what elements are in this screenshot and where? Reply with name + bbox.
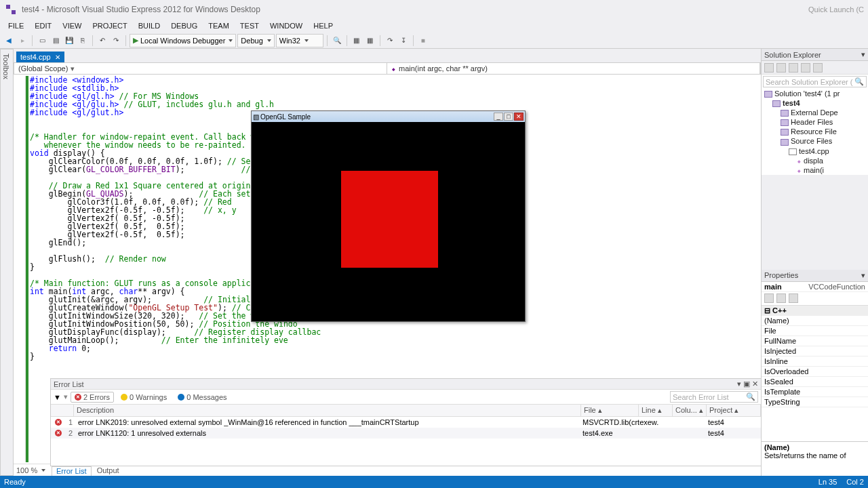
menu-edit[interactable]: EDIT <box>29 20 57 31</box>
file-test4cpp-node[interactable]: test4.cpp <box>763 146 868 156</box>
properties-panel: main VCCodeFunction ⊟ C++ (Name)FileFull… <box>762 282 868 476</box>
categorized-icon[interactable] <box>764 293 774 303</box>
prop-row[interactable]: IsTemplate <box>762 387 868 397</box>
collapse-icon[interactable] <box>776 63 786 73</box>
menu-project[interactable]: PROJECT <box>87 20 132 31</box>
separator <box>327 35 328 46</box>
opengl-sample-window[interactable]: ▧ OpenGL Sample _ □ ✕ <box>251 110 526 322</box>
func-display-node[interactable]: ⬥ displa <box>763 156 868 165</box>
solution-explorer-header: Solution Explorer▾ <box>762 49 868 61</box>
menu-view[interactable]: VIEW <box>57 20 87 31</box>
error-rows: ✕1error LNK2019: unresolved external sym… <box>51 417 761 466</box>
find-icon[interactable]: 🔍 <box>331 35 343 47</box>
close-button[interactable]: ✕ <box>514 113 524 121</box>
save-all-icon[interactable]: ⎘ <box>77 35 89 47</box>
chevron-down-icon <box>229 39 233 42</box>
menu-build[interactable]: BUILD <box>133 20 165 31</box>
col-line[interactable]: Line ▴ <box>639 405 673 416</box>
maximize-button[interactable]: □ <box>504 113 513 121</box>
prop-row[interactable]: IsOverloaded <box>762 367 868 377</box>
status-line: Ln 35 <box>818 478 837 486</box>
toolbox-tab[interactable]: Toolbox <box>0 49 14 476</box>
external-deps-node[interactable]: External Depe <box>763 108 868 117</box>
col-column[interactable]: Colu... ▴ <box>673 405 707 416</box>
config-select[interactable]: Debug <box>237 34 274 47</box>
filter-icon[interactable]: ▼ <box>54 393 61 401</box>
warnings-pill[interactable]: 0 Warnings <box>117 392 171 403</box>
properties-icon[interactable] <box>813 63 823 73</box>
solution-search[interactable]: Search Solution Explorer (🔍 <box>763 76 867 87</box>
tab-label: test4.cpp <box>20 53 51 61</box>
step-into-icon[interactable]: ↧ <box>397 35 410 47</box>
prop-row[interactable]: IsInline <box>762 357 868 367</box>
menu-test[interactable]: TEST <box>235 20 264 31</box>
new-icon[interactable]: ▭ <box>36 35 48 47</box>
alphabetical-icon[interactable] <box>776 293 786 303</box>
home-icon[interactable] <box>764 63 774 73</box>
prop-row[interactable]: (Name) <box>762 316 868 326</box>
tab-output[interactable]: Output <box>93 466 123 476</box>
zoom-value[interactable]: 100 % <box>16 466 37 474</box>
comment-icon[interactable]: ▦ <box>351 35 363 47</box>
source-files-node[interactable]: Source Files <box>763 136 868 146</box>
separator <box>125 35 126 46</box>
solution-explorer: Search Solution Explorer (🔍 Solution 'te… <box>762 75 868 175</box>
step-over-icon[interactable]: ↷ <box>384 35 396 47</box>
menu-file[interactable]: FILE <box>3 20 29 31</box>
solution-tree: Solution 'test4' (1 pr test4 External De… <box>762 89 868 175</box>
undo-icon[interactable]: ↶ <box>96 35 108 47</box>
header-files-node[interactable]: Header Files <box>763 117 868 127</box>
scope-bar: (Global Scope)▾ ⬥main(int argc, char ** … <box>14 62 761 75</box>
error-row[interactable]: ✕2error LNK1120: 1 unresolved externalst… <box>51 428 761 439</box>
open-icon[interactable]: ▤ <box>50 35 62 47</box>
error-search[interactable]: Search Error List🔍 <box>670 391 758 403</box>
solution-node[interactable]: Solution 'test4' (1 pr <box>763 89 868 98</box>
prop-row[interactable]: File <box>762 326 868 336</box>
showall-icon[interactable] <box>801 63 810 73</box>
status-bar: Ready Ln 35 Col 2 <box>0 476 868 488</box>
errors-pill[interactable]: ✕2 Errors <box>71 392 114 403</box>
error-row[interactable]: ✕1error LNK2019: unresolved external sym… <box>51 417 761 428</box>
menu-debug[interactable]: DEBUG <box>165 20 203 31</box>
func-main-node[interactable]: ⬥ main(i <box>763 165 868 175</box>
props-page-icon[interactable] <box>789 293 798 303</box>
scope-left[interactable]: (Global Scope)▾ <box>14 63 387 74</box>
menu-help[interactable]: HELP <box>308 20 338 31</box>
menu-window[interactable]: WINDOW <box>264 20 308 31</box>
project-node[interactable]: test4 <box>763 98 868 108</box>
prop-row[interactable]: FullName <box>762 336 868 346</box>
properties-context: main VCCodeFunction <box>762 282 868 292</box>
prop-row[interactable]: IsInjected <box>762 346 868 357</box>
start-debug-button[interactable]: ▶ Local Windows Debugger <box>130 34 236 47</box>
uncomment-icon[interactable]: ▦ <box>364 35 376 47</box>
solution-explorer-toolbar <box>762 61 868 75</box>
separator <box>413 35 414 46</box>
prop-row[interactable]: TypeString <box>762 397 868 407</box>
separator <box>347 35 347 46</box>
scope-right[interactable]: ⬥main(int argc, char ** argv) <box>387 63 760 74</box>
refresh-icon[interactable] <box>789 63 798 73</box>
tab-test4cpp[interactable]: test4.cpp ✕ <box>16 52 64 62</box>
tab-error-list[interactable]: Error List <box>52 466 92 476</box>
resource-files-node[interactable]: Resource File <box>763 127 868 136</box>
platform-select[interactable]: Win32 <box>276 34 323 47</box>
props-group-cpp[interactable]: ⊟ C++ <box>762 306 868 316</box>
col-description[interactable]: Description <box>74 405 581 416</box>
minimize-button[interactable]: _ <box>494 113 503 121</box>
nav-fwd-icon[interactable]: ▸ <box>16 35 28 47</box>
error-list-columns: Description File ▴ Line ▴ Colu... ▴ Proj… <box>51 405 761 417</box>
prop-row[interactable]: IsSealed <box>762 377 868 387</box>
separator <box>32 35 33 46</box>
opengl-titlebar[interactable]: ▧ OpenGL Sample _ □ ✕ <box>252 111 525 122</box>
col-file[interactable]: File ▴ <box>581 405 639 416</box>
debug-label: Local Windows Debugger <box>140 37 225 45</box>
stop-icon[interactable]: ■ <box>417 35 429 47</box>
save-icon[interactable]: 💾 <box>63 35 75 47</box>
nav-back-icon[interactable]: ◀ <box>3 35 15 47</box>
messages-pill[interactable]: 0 Messages <box>174 392 231 403</box>
close-icon[interactable]: ✕ <box>55 54 60 61</box>
redo-icon[interactable]: ↷ <box>110 35 122 47</box>
quick-launch[interactable]: Quick Launch (C <box>808 5 864 14</box>
col-project[interactable]: Project ▴ <box>707 405 761 416</box>
menu-team[interactable]: TEAM <box>203 20 235 31</box>
